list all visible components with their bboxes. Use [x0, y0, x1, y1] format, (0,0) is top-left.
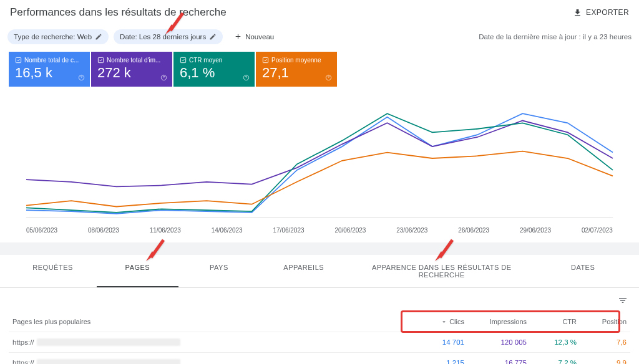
- pencil-icon: [209, 33, 217, 41]
- table-caption: Pages les plus populaires: [12, 318, 408, 325]
- checkbox-checked-icon: [180, 57, 187, 64]
- download-icon: [573, 8, 582, 17]
- cell-url: https://: [12, 359, 408, 364]
- checkbox-checked-icon: [15, 57, 22, 64]
- filter-bar: Type de recherche: Web Date: Les 28 dern…: [0, 24, 639, 52]
- tile-position[interactable]: Position moyenne 27,1: [256, 52, 337, 87]
- chip-label: Date: Les 28 derniers jours: [120, 33, 206, 41]
- svg-rect-7: [263, 57, 268, 62]
- table-row[interactable]: https://14 701120 00512,3 %7,6: [9, 332, 630, 352]
- x-tick-label: 08/06/2023: [88, 227, 119, 234]
- performance-chart: 05/06/202308/06/202311/06/202314/06/2023…: [0, 89, 639, 242]
- annotation-highlight-box: [401, 310, 620, 333]
- tile-ctr[interactable]: CTR moyen 6,1 %: [173, 52, 255, 87]
- x-tick-label: 23/06/2023: [396, 227, 427, 234]
- export-label: EXPORTER: [586, 8, 629, 17]
- x-tick-label: 02/07/2023: [582, 227, 613, 234]
- tile-value: 6,1 %: [180, 65, 248, 81]
- pages-table: Pages les plus populaires Clics Impressi…: [0, 288, 639, 364]
- svg-rect-5: [180, 57, 185, 62]
- dimension-tabs: REQUÊTES PAGES PAYS APPAREILS APPARENCE …: [0, 255, 639, 288]
- chart-x-axis-labels: 05/06/202308/06/202311/06/202314/06/2023…: [9, 226, 630, 234]
- help-icon[interactable]: [243, 74, 250, 83]
- x-tick-label: 17/06/2023: [273, 227, 305, 234]
- svg-rect-3: [98, 57, 103, 62]
- new-label: Nouveau: [245, 33, 274, 41]
- x-tick-label: 05/06/2023: [26, 227, 57, 234]
- chart-canvas: [9, 93, 630, 224]
- pencil-icon: [95, 33, 102, 41]
- last-update-text: Date de la dernière mise à jour : il y a…: [479, 33, 632, 41]
- cell-position: 9,9: [577, 359, 627, 364]
- tab-dates[interactable]: DATES: [535, 255, 630, 287]
- cell-ctr: 7,2 %: [527, 359, 577, 364]
- x-tick-label: 26/06/2023: [458, 227, 489, 234]
- cell-clicks: 14 701: [408, 338, 464, 346]
- tile-clicks[interactable]: Nombre total de c... 16,5 k: [9, 52, 90, 87]
- checkbox-checked-icon: [262, 57, 269, 64]
- filter-chip-search-type[interactable]: Type de recherche: Web: [7, 29, 109, 44]
- svg-rect-1: [16, 57, 21, 62]
- page-header: Performances dans les résultats de reche…: [0, 0, 639, 24]
- tab-requetes[interactable]: REQUÊTES: [9, 255, 97, 287]
- help-icon[interactable]: [160, 74, 167, 83]
- help-icon[interactable]: [78, 74, 85, 83]
- tab-appareils[interactable]: APPAREILS: [260, 255, 348, 287]
- page-title: Performances dans les résultats de reche…: [10, 6, 227, 19]
- filter-chip-date[interactable]: Date: Les 28 derniers jours: [114, 29, 223, 44]
- tab-apparence[interactable]: APPARENCE DANS LES RÉSULTATS DE RECHERCH…: [348, 255, 535, 287]
- cell-clicks: 1 215: [408, 359, 464, 364]
- plus-icon: [234, 32, 242, 41]
- cell-url: https://: [12, 338, 408, 346]
- table-row[interactable]: https://1 21516 7757,2 %9,9: [9, 352, 630, 364]
- metric-tiles: Nombre total de c... 16,5 k Nombre total…: [0, 52, 639, 89]
- tile-value: 16,5 k: [15, 65, 84, 81]
- x-tick-label: 20/06/2023: [334, 227, 366, 234]
- chip-label: Type de recherche: Web: [14, 33, 92, 41]
- x-tick-label: 11/06/2023: [150, 227, 181, 234]
- cell-impressions: 16 775: [464, 359, 527, 364]
- export-button[interactable]: EXPORTER: [573, 8, 629, 17]
- cell-position: 7,6: [577, 338, 627, 346]
- checkbox-checked-icon: [97, 57, 104, 64]
- tile-value: 272 k: [97, 65, 166, 81]
- x-tick-label: 14/06/2023: [212, 227, 243, 234]
- tab-pages[interactable]: PAGES: [97, 255, 178, 287]
- new-filter-button[interactable]: Nouveau: [228, 29, 280, 44]
- filter-icon[interactable]: [618, 295, 628, 305]
- tile-value: 27,1: [262, 65, 331, 81]
- x-tick-label: 29/06/2023: [520, 227, 551, 234]
- section-divider: [0, 242, 639, 255]
- cell-ctr: 12,3 %: [527, 338, 577, 346]
- cell-impressions: 120 005: [464, 338, 527, 346]
- tab-pays[interactable]: PAYS: [178, 255, 260, 287]
- help-icon[interactable]: [325, 74, 332, 83]
- tile-impressions[interactable]: Nombre total d'im... 272 k: [91, 52, 172, 87]
